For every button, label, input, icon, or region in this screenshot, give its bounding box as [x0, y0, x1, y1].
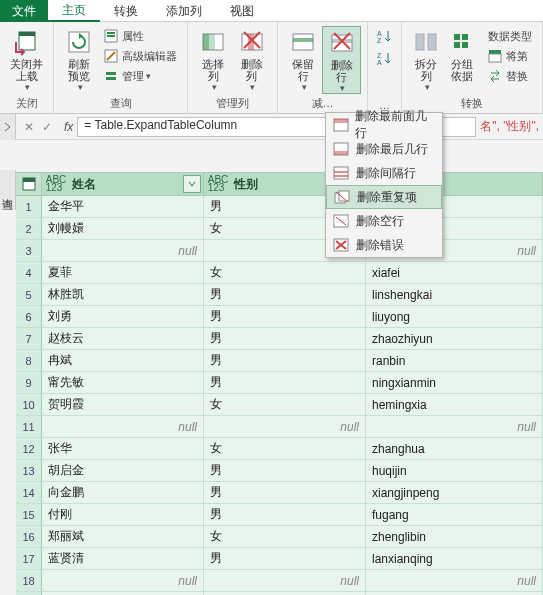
tab-addcolumn[interactable]: 添加列: [152, 0, 216, 22]
table-row[interactable]: 16郑丽斌女zhenglibin: [16, 526, 543, 548]
table-row[interactable]: 3nullnullnull: [16, 240, 543, 262]
cell[interactable]: 向金鹏: [42, 482, 204, 503]
row-number[interactable]: 11: [16, 416, 42, 437]
cell[interactable]: linshengkai: [366, 284, 543, 305]
table-row[interactable]: 2刘幔嬛女: [16, 218, 543, 240]
table-row[interactable]: 14向金鹏男xiangjinpeng: [16, 482, 543, 504]
group-by-button[interactable]: 分组 依据: [444, 26, 480, 82]
cell[interactable]: 男: [204, 504, 366, 525]
refresh-preview-button[interactable]: 刷新 预览 ▾: [60, 26, 98, 92]
cell[interactable]: 付刚: [42, 504, 204, 525]
table-row[interactable]: 15付刚男fugang: [16, 504, 543, 526]
first-row-header-button[interactable]: 将第: [484, 46, 536, 66]
cell[interactable]: liuyong: [366, 306, 543, 327]
cell[interactable]: 冉斌: [42, 350, 204, 371]
table-row[interactable]: 5林胜凯男linshengkai: [16, 284, 543, 306]
queries-pane-toggle[interactable]: [0, 114, 16, 140]
cell[interactable]: null: [42, 240, 204, 261]
cancel-formula-button[interactable]: ✕: [24, 120, 34, 134]
cell[interactable]: 贺明霞: [42, 394, 204, 415]
data-type-button[interactable]: 数据类型: [484, 26, 536, 46]
cell[interactable]: 甯先敏: [42, 372, 204, 393]
manage-button[interactable]: 管理 ▾: [100, 66, 181, 86]
cell[interactable]: 郑丽斌: [42, 526, 204, 547]
row-number[interactable]: 4: [16, 262, 42, 283]
cell[interactable]: xiafei: [366, 262, 543, 283]
cell[interactable]: 刘幔嬛: [42, 218, 204, 239]
menu-item-remove-1[interactable]: 删除最后几行: [326, 137, 442, 161]
cell[interactable]: null: [366, 570, 543, 591]
advanced-editor-button[interactable]: 高级编辑器: [100, 46, 181, 66]
cell[interactable]: 金华平: [42, 196, 204, 217]
row-number[interactable]: 5: [16, 284, 42, 305]
choose-columns-button[interactable]: 选择 列 ▾: [194, 26, 233, 92]
menu-item-remove-2[interactable]: 删除间隔行: [326, 161, 442, 185]
cell[interactable]: 蓝贤清: [42, 548, 204, 569]
tab-view[interactable]: 视图: [216, 0, 268, 22]
cell[interactable]: 女: [204, 526, 366, 547]
cell[interactable]: null: [42, 570, 204, 591]
table-row[interactable]: 18nullnullnull: [16, 570, 543, 592]
sort-asc-button[interactable]: AZ: [374, 26, 396, 46]
cell[interactable]: 刘勇: [42, 306, 204, 327]
row-number[interactable]: 13: [16, 460, 42, 481]
cell[interactable]: 女: [204, 262, 366, 283]
row-number[interactable]: 10: [16, 394, 42, 415]
row-number[interactable]: 6: [16, 306, 42, 327]
data-type-icon[interactable]: ABC123: [42, 176, 70, 192]
cell[interactable]: 男: [204, 328, 366, 349]
cell[interactable]: 男: [204, 372, 366, 393]
row-number[interactable]: 16: [16, 526, 42, 547]
cell[interactable]: 胡启金: [42, 460, 204, 481]
cell[interactable]: 夏菲: [42, 262, 204, 283]
cell[interactable]: huqijin: [366, 460, 543, 481]
table-row[interactable]: 9甯先敏男ningxianmin: [16, 372, 543, 394]
column-header-name[interactable]: ABC123 姓名: [42, 173, 204, 195]
queries-pane-collapsed[interactable]: 查询: [0, 170, 16, 210]
cell[interactable]: null: [204, 416, 366, 437]
cell[interactable]: 女: [204, 438, 366, 459]
remove-rows-button[interactable]: 删除 行 ▾: [322, 26, 361, 94]
cell[interactable]: 林胜凯: [42, 284, 204, 305]
commit-formula-button[interactable]: ✓: [42, 120, 52, 134]
cell[interactable]: null: [42, 416, 204, 437]
row-number[interactable]: 18: [16, 570, 42, 591]
menu-item-remove-0[interactable]: 删除最前面几行: [326, 113, 442, 137]
table-row[interactable]: 13胡启金男huqijin: [16, 460, 543, 482]
cell[interactable]: null: [204, 570, 366, 591]
cell[interactable]: 男: [204, 350, 366, 371]
file-tab[interactable]: 文件: [0, 0, 48, 22]
table-row[interactable]: 17蓝贤清男lanxianqing: [16, 548, 543, 570]
cell[interactable]: 张华: [42, 438, 204, 459]
column-filter-button[interactable]: [183, 175, 201, 193]
cell[interactable]: zhaozhiyun: [366, 328, 543, 349]
tab-transform[interactable]: 转换: [100, 0, 152, 22]
menu-item-remove-4[interactable]: 删除空行: [326, 209, 442, 233]
cell[interactable]: ningxianmin: [366, 372, 543, 393]
row-number[interactable]: 15: [16, 504, 42, 525]
cell[interactable]: 女: [204, 394, 366, 415]
tab-home[interactable]: 主页: [48, 0, 100, 22]
row-number[interactable]: 14: [16, 482, 42, 503]
replace-values-button[interactable]: 替换: [484, 66, 536, 86]
cell[interactable]: 男: [204, 482, 366, 503]
row-number[interactable]: 9: [16, 372, 42, 393]
remove-columns-button[interactable]: 删除 列 ▾: [233, 26, 272, 92]
table-row[interactable]: 8冉斌男ranbin: [16, 350, 543, 372]
cell[interactable]: zhanghua: [366, 438, 543, 459]
table-row[interactable]: 10贺明霞女hemingxia: [16, 394, 543, 416]
table-row[interactable]: 1金华平男: [16, 196, 543, 218]
table-row[interactable]: 7赵枝云男zhaozhiyun: [16, 328, 543, 350]
table-row[interactable]: 4夏菲女xiafei: [16, 262, 543, 284]
row-number[interactable]: 8: [16, 350, 42, 371]
cell[interactable]: lanxianqing: [366, 548, 543, 569]
sort-desc-button[interactable]: ZA: [374, 48, 396, 68]
row-number[interactable]: 17: [16, 548, 42, 569]
row-number[interactable]: 3: [16, 240, 42, 261]
cell[interactable]: ranbin: [366, 350, 543, 371]
data-type-icon[interactable]: ABC123: [204, 176, 232, 192]
row-number[interactable]: 1: [16, 196, 42, 217]
cell[interactable]: xiangjinpeng: [366, 482, 543, 503]
table-row[interactable]: 12张华女zhanghua: [16, 438, 543, 460]
cell[interactable]: 男: [204, 548, 366, 569]
